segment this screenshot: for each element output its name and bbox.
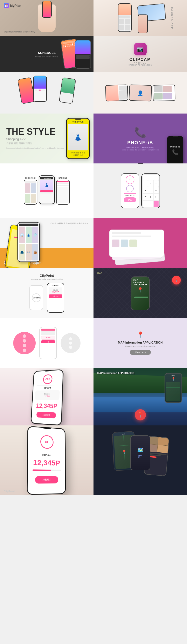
clipcam-panel: 📷 CLIPCAM PREMIUM CAMERA APPLICATION (93, 36, 187, 72)
map-pin-icon: 📍 (137, 331, 144, 338)
myplan-title: MyPlan (10, 4, 21, 8)
map-info-panel: 📍 MAP Information APPLICATION MapInfo Ap… (93, 318, 187, 368)
clippoint-circle-gray (61, 333, 81, 353)
camera-phones-group (113, 2, 168, 34)
clippoint-tilted-phone: CLP ClPaint Balance 12,98 12,345P 사용하기 (30, 369, 64, 426)
phoneiB-stacked (109, 223, 172, 263)
camera-app-top: CAMERA APP (93, 0, 187, 36)
row-10: CL ClPaint 12,345P 사용하기 ClipPoint (0, 426, 187, 495)
ranking-label: RANKING (58, 177, 67, 179)
calendar-phones-group (19, 74, 74, 112)
map-title-area: MAP (97, 272, 102, 274)
phoneiB-hero: 📞 PHONE-iB Make Application. Developed b… (93, 114, 187, 164)
row-6: Design for Smart Shopper 스마트 소핑을 위한 스마트한… (0, 218, 187, 268)
myplan-hero-panel: 📅 MyPlan Organize your schedule and prod… (0, 0, 93, 36)
schedule-panel: SCHEDULE 스케줄 관리 어플리케이션 (0, 36, 93, 72)
phone-outline-icon: 📞 (134, 126, 147, 138)
myplan-title-area: 📅 MyPlan (4, 3, 21, 8)
phoneiB-keyboard: 1 2 3 4 5 6 7 8 9 0 (141, 174, 160, 208)
row-1: 📅 MyPlan Organize your schedule and prod… (0, 0, 187, 36)
row-9: CLP ClPaint Balance 12,98 12,345P 사용하기 (0, 368, 187, 426)
clippoint-small-phone: 12,345P 사용 (39, 327, 57, 359)
smart-shopper-panel: Design for Smart Shopper 스마트 소핑을 위한 스마트한… (0, 218, 93, 268)
myplan-subtitle: Organize your schedule and productivity (4, 31, 91, 33)
style-hero-phone: THE STYLE 👗 스마트 쇼핑을 위한어플리케이션 (66, 118, 90, 159)
style-features-panel: BOOKMARK THE STYLE 👗 (0, 164, 93, 218)
map-info-title: MAP Information APPLICATION (118, 341, 163, 344)
clipcam-icon: 📷 (134, 43, 147, 56)
map-location-badge: 📍 (172, 276, 181, 284)
clipcam-sub1: PREMIUM (128, 62, 152, 64)
show-more-button[interactable]: Show more (130, 350, 151, 355)
row-2: SCHEDULE 스케줄 관리 어플리케이션 (0, 36, 187, 72)
schedule-subtitle: 스케줄 관리 어플리케이션 (35, 55, 58, 58)
schedule-phones (59, 39, 91, 70)
camera-phones-landscape: 👤 (93, 72, 187, 114)
phoneiB-screens: ● NAME HERE CALL 1 2 3 4 5 6 7 8 (93, 164, 187, 218)
clippoint-panel: ClipPoint Your reward point saving appli… (0, 268, 93, 318)
calendar-phones-panel (0, 72, 93, 114)
clippoint-bottom-panel: CL ClPaint 12,345P 사용하기 ClipPoint (0, 426, 93, 495)
row-8: 12,345P 사용 📍 MAP Information APPLICATION… (0, 318, 187, 368)
clippoint-title: ClipPoint (31, 274, 63, 278)
map-info-sub: MapInfo Application. Developed by (118, 345, 163, 347)
camera-app-vertical-text: CAMERA APP (171, 7, 173, 30)
row-3: 👤 (0, 72, 187, 114)
map-landscape: MAP 📍 MAP Information APPLICATION 📍 (93, 368, 187, 426)
schedule-title: SCHEDULE (38, 51, 56, 55)
map-phones-group: MAP 📍 (113, 429, 168, 492)
clippoint-large-panel: CLP ClPaint Balance 12,98 12,345P 사용하기 (0, 368, 93, 426)
map-dark-panel: MAP Information APPLICATION 📍 📍 MAP (93, 268, 187, 318)
clippoint-circle-pink (13, 332, 36, 354)
style-desc-text: 스마트 소핑을 위한 스마트한 어플리케이션 (50, 222, 89, 225)
phoneiB-cards (93, 218, 187, 268)
clippoint-brand-bottom: ClipPoint (4, 490, 15, 493)
map-bottom-panel: MAP 📍 (93, 426, 187, 495)
bookmark-feature: BOOKMARK (24, 177, 37, 204)
clipcam-sub2: CAMERA APPLICATION (128, 64, 152, 66)
map-phone-mockup: MAP Information APPLICATION 📍 (131, 276, 150, 310)
phoneiB-mockup: PHONE-iB 📞 (167, 136, 183, 164)
clippoint-bottom-phone: CL ClPaint 12,345P 사용하기 (27, 426, 66, 495)
clippoint-circles: 12,345P 사용 (0, 318, 93, 368)
search-feature: RANKING (56, 177, 70, 204)
map-big-pin: 📍 (135, 409, 146, 420)
phoneiB-dialer: ● NAME HERE CALL (121, 174, 139, 208)
map-landscape-title: MAP Information APPLICATION (97, 372, 134, 374)
row-5: BOOKMARK THE STYLE 👗 (0, 164, 187, 218)
map-overlay-phone: MAP 📍 (165, 373, 182, 403)
clippoint-subtitle: Your reward point saving application (31, 278, 63, 280)
clipcam-title: CLIPCAM (128, 58, 152, 62)
style-center-phone: THE STYLE 👗 (39, 178, 55, 204)
phoneiB-subtitle: Make Application. Developed by (122, 146, 159, 148)
row-4: THE STYLE Shopping APP 쇼핑을 위한 이플리케이션 Som… (0, 114, 187, 164)
row-7: ClipPoint Your reward point saving appli… (0, 268, 187, 318)
myplan-desc: Organize your schedule and productivity (4, 31, 91, 33)
thestyle-hero: THE STYLE Shopping APP 쇼핑을 위한 이플리케이션 Som… (0, 114, 93, 164)
phoneiB-title: PHONE-iB (122, 140, 159, 146)
bookmark-label: BOOKMARK (25, 177, 36, 179)
clippoint-phones: ClPoint ClPaint 12,98 12,345P 사용하기 (29, 283, 64, 313)
